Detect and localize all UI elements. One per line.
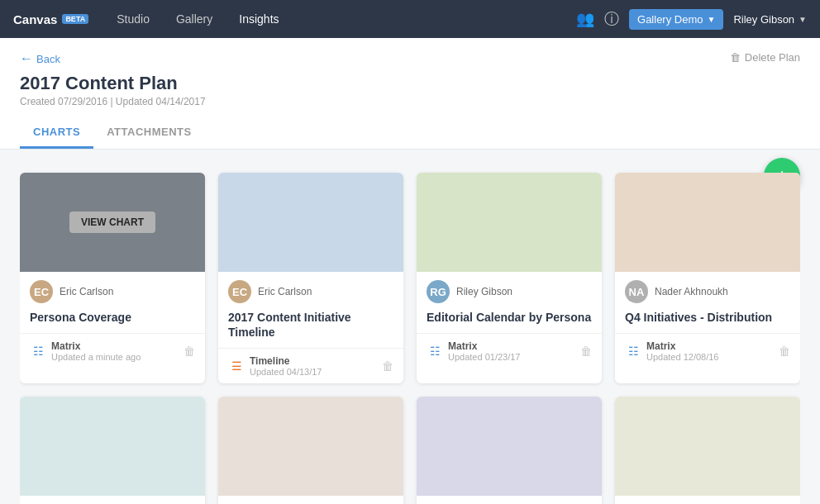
user-name: Riley Gibson: [733, 13, 794, 26]
card-title: Q4 Initiatives - Distribution: [615, 308, 800, 333]
brand-logo[interactable]: Canvas BETA: [13, 12, 88, 26]
info-icon[interactable]: ⓘ: [604, 9, 619, 29]
user-menu[interactable]: Riley Gibson ▼: [733, 13, 807, 26]
back-link[interactable]: ← Back: [20, 51, 206, 66]
card-item[interactable]: RG Riley Gibson Regional Theme Coverage …: [20, 397, 205, 504]
author-avatar: EC: [228, 280, 251, 303]
card-header: EC Eric Carlson: [20, 272, 205, 308]
tabs-bar: CHARTS ATTACHMENTS: [20, 117, 800, 149]
workspace-dropdown[interactable]: Gallery Demo ▼: [629, 9, 723, 30]
chevron-down-icon: ▼: [707, 15, 715, 24]
card-meta: ☷ Matrix Updated 01/23/17: [427, 340, 520, 362]
card-item[interactable]: NA Nader Akhnoukh Marketing Priority Cov…: [218, 397, 403, 504]
delete-card-button[interactable]: 🗑: [184, 345, 195, 358]
card-author: Eric Carlson: [60, 286, 113, 297]
card-author: Riley Gibson: [456, 286, 512, 297]
card-meta: ☷ Matrix Updated a minute ago: [30, 340, 141, 362]
top-nav: Canvas BETA Studio Gallery Insights 👥 ⓘ …: [0, 0, 820, 38]
author-avatar: EC: [30, 280, 53, 303]
nav-studio[interactable]: Studio: [105, 0, 161, 38]
card-type-label: Matrix: [51, 340, 141, 352]
card-preview: [218, 397, 403, 496]
card-author: Nader Akhnoukh: [655, 286, 728, 297]
user-chevron-icon: ▼: [799, 15, 807, 24]
card-header: NA Nader Akhnoukh: [417, 496, 602, 504]
chart-type-icon: ☰: [228, 358, 245, 374]
card-item[interactable]: EC Eric Carlson 2017 Content Initiative …: [218, 173, 403, 383]
chart-type-icon: ☷: [30, 343, 46, 359]
card-footer: ☷ Matrix Updated 12/08/16 🗑: [615, 333, 800, 368]
tab-charts[interactable]: CHARTS: [20, 117, 93, 149]
card-type-label: Matrix: [646, 340, 718, 352]
card-meta: ☰ Timeline Updated 04/13/17: [228, 355, 322, 377]
page-subtitle: Created 07/29/2016 | Updated 04/14/2017: [20, 96, 206, 107]
card-header: NA Nader Akhnoukh: [615, 272, 800, 308]
card-header: EC Eric Carlson: [218, 272, 403, 308]
card-preview: [615, 397, 800, 496]
nav-right: 👥 ⓘ Gallery Demo ▼ Riley Gibson ▼: [576, 9, 807, 30]
card-item[interactable]: NA Nader Akhnoukh Q4 Initiatives - Distr…: [615, 173, 800, 383]
group-icon[interactable]: 👥: [576, 10, 594, 28]
card-type-label: Timeline: [250, 355, 322, 367]
delete-plan-button[interactable]: 🗑 Delete Plan: [730, 51, 800, 77]
card-preview: [417, 173, 602, 272]
card-item[interactable]: NA Nader Akhnoukh Delivery by Quarter: B…: [417, 397, 602, 504]
card-meta: ☷ Matrix Updated 12/08/16: [625, 340, 718, 362]
back-arrow-icon: ←: [20, 51, 33, 66]
chart-type-icon: ☷: [427, 343, 443, 359]
card-header: RG Riley Gibson: [417, 272, 602, 308]
card-updated: Updated 01/23/17: [448, 352, 520, 362]
cards-grid: VIEW CHART EC Eric Carlson Persona Cover…: [20, 173, 800, 504]
cards-scroll-area: VIEW CHART EC Eric Carlson Persona Cover…: [20, 166, 800, 504]
card-item[interactable]: RG Riley Gibson Editorial Calendar by Pe…: [417, 173, 602, 383]
card-footer: ☷ Matrix Updated a minute ago 🗑: [20, 333, 205, 368]
chart-type-icon: ☷: [625, 343, 641, 359]
nav-insights[interactable]: Insights: [227, 0, 290, 38]
card-preview: [417, 397, 602, 496]
card-updated: Updated 04/13/17: [250, 367, 322, 377]
back-label: Back: [36, 53, 60, 65]
card-title: Editorial Calendar by Persona: [417, 308, 602, 333]
workspace-label: Gallery Demo: [637, 13, 703, 26]
card-item[interactable]: RG Riley Gibson Marketing Theme Coverage…: [615, 397, 800, 504]
card-item[interactable]: VIEW CHART EC Eric Carlson Persona Cover…: [20, 173, 205, 383]
card-footer: ☰ Timeline Updated 04/13/17 🗑: [218, 348, 403, 383]
page-title: 2017 Content Plan: [20, 73, 206, 94]
delete-label: Delete Plan: [745, 51, 800, 64]
page-header: ← Back 2017 Content Plan Created 07/29/2…: [0, 38, 820, 150]
content-area: + VIEW CHART EC Eric Carlson Persona Cov…: [0, 150, 820, 504]
card-title: 2017 Content Initiative Timeline: [218, 308, 403, 348]
card-type-label: Matrix: [448, 340, 520, 352]
card-header: RG Riley Gibson: [20, 496, 205, 504]
delete-card-button[interactable]: 🗑: [779, 345, 790, 358]
card-preview: VIEW CHART: [20, 173, 205, 272]
card-preview: [218, 173, 403, 272]
beta-badge: BETA: [62, 14, 88, 24]
delete-card-button[interactable]: 🗑: [382, 359, 393, 373]
card-overlay: VIEW CHART: [20, 173, 205, 272]
trash-icon: 🗑: [730, 51, 741, 64]
author-avatar: NA: [625, 280, 648, 303]
tab-attachments[interactable]: ATTACHMENTS: [93, 117, 205, 149]
card-preview: [20, 397, 205, 496]
card-header: RG Riley Gibson: [615, 496, 800, 504]
brand-name: Canvas: [13, 12, 57, 26]
card-preview: [615, 173, 800, 272]
delete-card-button[interactable]: 🗑: [580, 345, 592, 358]
card-author: Eric Carlson: [258, 286, 312, 297]
author-avatar: RG: [427, 280, 450, 303]
card-header: NA Nader Akhnoukh: [218, 496, 403, 504]
card-updated: Updated a minute ago: [51, 352, 141, 362]
view-chart-button[interactable]: VIEW CHART: [69, 212, 155, 233]
nav-links: Studio Gallery Insights: [105, 0, 576, 38]
card-footer: ☷ Matrix Updated 01/23/17 🗑: [417, 333, 602, 368]
card-title: Persona Coverage: [20, 308, 205, 333]
card-updated: Updated 12/08/16: [646, 352, 718, 362]
nav-gallery[interactable]: Gallery: [164, 0, 224, 38]
